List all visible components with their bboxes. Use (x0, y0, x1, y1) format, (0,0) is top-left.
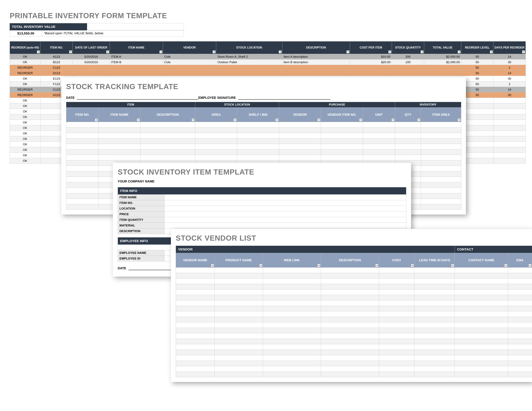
table-cell[interactable] (494, 131, 526, 136)
table-cell[interactable] (215, 279, 263, 284)
table-cell[interactable] (140, 149, 195, 155)
table-cell[interactable] (508, 328, 532, 333)
filter-dropdown-icon[interactable] (317, 264, 320, 267)
table-cell[interactable] (66, 188, 98, 193)
table-cell[interactable] (176, 361, 215, 366)
table-cell[interactable] (363, 144, 395, 149)
table-cell[interactable] (321, 372, 379, 377)
table-cell[interactable] (215, 290, 263, 295)
col-header[interactable]: VENDOR NAME (176, 253, 215, 268)
signature-field[interactable] (238, 94, 331, 100)
col-header[interactable]: QTY (395, 108, 421, 122)
col-header[interactable]: STOCK LOCATION (216, 41, 282, 54)
table-cell[interactable]: OK (10, 114, 40, 120)
table-cell[interactable] (279, 155, 321, 160)
table-cell[interactable] (461, 125, 494, 131)
filter-dropdown-icon[interactable] (234, 119, 237, 121)
table-cell[interactable]: Cole (163, 59, 216, 65)
table-cell[interactable] (455, 311, 508, 317)
table-cell[interactable] (421, 171, 461, 177)
table-cell[interactable] (176, 322, 215, 328)
col-header[interactable]: AREA (195, 108, 237, 122)
table-cell[interactable]: 200 (392, 54, 424, 59)
table-cell[interactable] (216, 70, 282, 76)
table-cell[interactable]: 2 (494, 65, 526, 70)
table-cell[interactable] (379, 311, 415, 317)
field-value[interactable] (165, 195, 406, 200)
table-cell[interactable] (263, 317, 321, 322)
filter-dropdown-icon[interactable] (458, 50, 461, 53)
table-cell[interactable] (363, 155, 395, 160)
table-cell[interactable] (321, 361, 379, 366)
col-header[interactable]: REORDER (auto-fill) (10, 41, 40, 54)
table-cell[interactable] (176, 317, 215, 322)
table-cell[interactable] (66, 166, 98, 171)
table-cell[interactable] (98, 144, 140, 149)
table-cell[interactable] (508, 306, 532, 311)
table-cell[interactable] (461, 103, 494, 109)
col-header[interactable]: DESCRIPTION (140, 108, 195, 122)
table-cell[interactable] (494, 103, 526, 109)
table-cell[interactable] (392, 70, 424, 76)
table-cell[interactable] (237, 155, 279, 160)
table-cell[interactable] (237, 149, 279, 155)
col-header[interactable]: CONTACT NAME (455, 253, 508, 268)
table-cell[interactable] (176, 268, 215, 273)
table-cell[interactable] (321, 139, 363, 144)
col-header[interactable]: DESCRIPTION (321, 253, 379, 268)
table-cell[interactable] (461, 114, 494, 120)
table-cell[interactable] (110, 65, 163, 70)
table-cell[interactable] (461, 142, 494, 147)
table-cell[interactable]: 2 (494, 81, 526, 87)
table-cell[interactable] (421, 204, 461, 210)
table-cell[interactable] (263, 295, 321, 300)
table-cell[interactable] (421, 149, 461, 155)
table-cell[interactable] (195, 139, 237, 144)
table-cell[interactable] (455, 361, 508, 366)
table-cell[interactable] (215, 339, 263, 344)
table-cell[interactable] (379, 366, 415, 372)
table-cell[interactable] (461, 147, 494, 153)
table-cell[interactable] (66, 171, 98, 177)
table-cell[interactable] (461, 136, 494, 142)
table-cell[interactable] (176, 344, 215, 350)
table-cell[interactable] (263, 273, 321, 279)
table-cell[interactable] (66, 160, 98, 166)
filter-dropdown-icon[interactable] (529, 264, 532, 267)
table-cell[interactable] (415, 328, 455, 333)
table-cell[interactable] (215, 350, 263, 355)
table-cell[interactable] (395, 149, 421, 155)
table-cell[interactable] (415, 295, 455, 300)
filter-dropdown-icon[interactable] (106, 50, 109, 53)
table-cell[interactable] (140, 128, 195, 133)
col-header[interactable]: VENDOR (279, 108, 321, 122)
field-value[interactable] (165, 200, 406, 206)
filter-dropdown-icon[interactable] (137, 119, 140, 121)
field-value[interactable] (165, 217, 406, 223)
table-cell[interactable] (321, 344, 379, 350)
table-cell[interactable] (263, 322, 321, 328)
table-cell[interactable] (321, 133, 363, 139)
table-cell[interactable] (494, 120, 526, 125)
table-cell[interactable] (321, 155, 363, 160)
table-cell[interactable] (176, 333, 215, 339)
table-cell[interactable]: OK (10, 120, 40, 125)
table-cell[interactable] (508, 279, 532, 284)
table-cell[interactable] (66, 128, 98, 133)
table-cell[interactable] (379, 317, 415, 322)
table-cell[interactable] (421, 144, 461, 149)
table-cell[interactable] (321, 290, 379, 295)
table-cell[interactable] (461, 153, 494, 158)
table-cell[interactable]: Outdoor Pallet (216, 59, 282, 65)
table-cell[interactable] (263, 328, 321, 333)
table-cell[interactable] (395, 139, 421, 144)
table-cell[interactable] (363, 149, 395, 155)
table-cell[interactable]: 50 (461, 59, 494, 65)
table-cell[interactable] (421, 139, 461, 144)
filter-dropdown-icon[interactable] (388, 50, 391, 53)
table-cell[interactable] (421, 133, 461, 139)
table-cell[interactable] (421, 193, 461, 199)
table-cell[interactable]: ITEM B (110, 59, 163, 65)
table-cell[interactable] (321, 268, 379, 273)
table-cell[interactable] (494, 136, 526, 142)
